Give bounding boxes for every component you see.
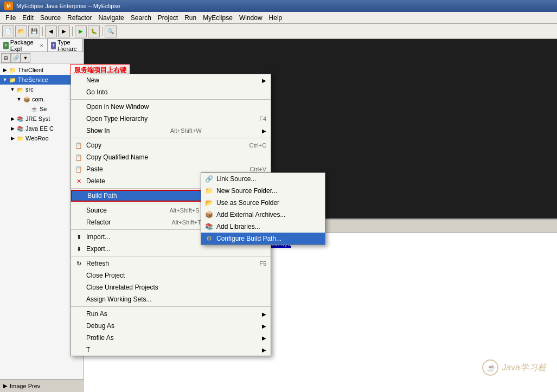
ctx-show-in-label: Show In <box>86 127 110 134</box>
submenu-link-source[interactable]: 🔗 Link Source... <box>201 173 325 185</box>
ctx-open-type-hierarchy[interactable]: Open Type Hierarchy F4 <box>71 113 271 125</box>
ctx-sep-7 <box>71 306 271 307</box>
ctx-new[interactable]: New ▶ <box>71 74 271 86</box>
ctx-import-label: Import... <box>86 233 110 241</box>
menu-help[interactable]: Help <box>266 13 286 23</box>
ctx-profile-as[interactable]: Profile As ▶ <box>71 332 271 344</box>
library-icon-2: 📚 <box>16 125 24 132</box>
tree-label: com. <box>32 96 45 102</box>
submenu-add-external[interactable]: 📦 Add External Archives... <box>201 209 325 221</box>
ctx-assign-working-sets[interactable]: Assign Working Sets... <box>71 293 271 305</box>
ctx-source-label: Source <box>86 207 107 214</box>
expand-arrow: ▶ <box>10 116 15 121</box>
ctx-run-as-label: Run As <box>86 310 107 318</box>
menu-run[interactable]: Run <box>181 13 200 23</box>
watermark-circle: ☕ <box>482 359 498 376</box>
submenu-new-source-folder[interactable]: 📁 New Source Folder... <box>201 185 325 197</box>
project-icon: 📁 <box>9 76 16 83</box>
ctx-close-project-label: Close Project <box>86 272 125 279</box>
ctx-more[interactable]: T ▶ <box>71 344 271 356</box>
submenu-new-source-label: New Source Folder... <box>216 187 277 195</box>
ctx-copy-qualified-label: Copy Qualified Name <box>86 153 148 161</box>
ctx-run-as[interactable]: Run As ▶ <box>71 308 271 320</box>
delete-icon: ✕ <box>74 177 83 185</box>
toolbar-save[interactable]: 💾 <box>28 25 40 37</box>
ctx-close-project[interactable]: Close Project <box>71 269 271 281</box>
ctx-show-in-shortcut: Alt+Shift+W <box>170 127 202 134</box>
toolbar-debug[interactable]: 🐛 <box>88 25 100 37</box>
main-layout: P Package Expl ✕ T Type Hierarc _ □ ⊟ 🔗 … <box>0 39 557 392</box>
toolbar-new[interactable]: 📄 <box>2 25 14 37</box>
ctx-sep-1 <box>71 99 271 100</box>
ctx-go-into-label: Go Into <box>86 88 107 96</box>
ctx-delete-label: Delete <box>86 177 105 185</box>
tree-label: TheService <box>18 76 48 83</box>
ctx-go-into[interactable]: Go Into <box>71 86 271 98</box>
ctx-copy-qualified[interactable]: 📋 Copy Qualified Name <box>71 151 271 163</box>
submenu-use-as-source[interactable]: 📂 Use as Source Folder <box>201 197 325 209</box>
menu-window[interactable]: Window <box>236 13 266 23</box>
type-hierarchy-icon: T <box>51 42 56 49</box>
toolbar-fwd[interactable]: ▶ <box>58 25 70 37</box>
menu-navigate[interactable]: Navigate <box>95 13 127 23</box>
ctx-debug-as-label: Debug As <box>86 322 114 330</box>
paste-icon: 📋 <box>74 165 83 173</box>
ctx-debug-as-arrow: ▶ <box>262 323 266 329</box>
tree-label: src <box>25 86 34 93</box>
ctx-show-in[interactable]: Show In Alt+Shift+W ▶ <box>71 125 271 137</box>
submenu-configure-build-path[interactable]: ⚙ Configure Build Path... <box>201 233 325 245</box>
menu-bar: File Edit Source Refactor Navigate Searc… <box>0 12 557 24</box>
package-icon: 📦 <box>23 95 30 103</box>
collapse-all-btn[interactable]: ⊟ <box>1 53 11 63</box>
ctx-close-unrelated[interactable]: Close Unrelated Projects <box>71 281 271 293</box>
ctx-export-label: Export... <box>86 245 111 253</box>
copy-qualified-icon: 📋 <box>74 153 83 162</box>
build-path-submenu: 🔗 Link Source... 📁 New Source Folder... … <box>201 172 325 245</box>
refresh-icon: ↻ <box>74 259 83 268</box>
toolbar-back[interactable]: ◀ <box>45 25 57 37</box>
title-bar: M MyEclipse Java Enterprise – MyEclipse <box>0 0 557 12</box>
toolbar-open[interactable]: 📂 <box>15 25 27 37</box>
app-icon: M <box>4 2 13 10</box>
expand-arrow: ▼ <box>10 87 15 92</box>
ctx-paste-label: Paste <box>86 165 103 173</box>
tab-close-icon[interactable]: ✕ <box>40 43 44 48</box>
tab-package-explorer[interactable]: P Package Expl ✕ <box>0 39 48 52</box>
ctx-copy[interactable]: 📋 Copy Ctrl+C <box>71 139 271 151</box>
ctx-copy-shortcut: Ctrl+C <box>249 142 266 149</box>
project-icon: 📁 <box>9 66 16 74</box>
ctx-show-in-arrow: ▶ <box>262 128 266 134</box>
menu-refactor[interactable]: Refactor <box>64 13 95 23</box>
submenu-add-external-label: Add External Archives... <box>216 211 285 219</box>
tab-package-label: Package Expl <box>10 39 36 52</box>
add-external-icon: 📦 <box>204 210 213 219</box>
ctx-assign-label: Assign Working Sets... <box>86 295 152 303</box>
ctx-sep-6 <box>71 256 271 256</box>
ctx-refresh[interactable]: ↻ Refresh F5 <box>71 258 271 269</box>
toolbar-sep-2 <box>72 27 73 36</box>
image-preview-label: Image Prev <box>10 383 40 389</box>
add-libraries-icon: 📚 <box>204 222 213 231</box>
new-source-folder-icon: 📁 <box>204 187 213 195</box>
toolbar-search[interactable]: 🔍 <box>105 25 117 37</box>
link-source-icon: 🔗 <box>204 175 213 183</box>
menu-source[interactable]: Source <box>37 13 64 23</box>
package-explorer-icon: P <box>3 42 9 49</box>
ctx-profile-as-label: Profile As <box>86 334 114 342</box>
menu-file[interactable]: File <box>2 13 19 23</box>
submenu-link-source-label: Link Source... <box>216 175 256 183</box>
view-menu-btn[interactable]: ▼ <box>21 53 30 63</box>
ctx-open-new-window[interactable]: Open in New Window <box>71 101 271 113</box>
tab-type-hierarchy[interactable]: T Type Hierarc <box>48 39 83 52</box>
submenu-add-libraries[interactable]: 📚 Add Libraries... <box>201 221 325 233</box>
link-with-editor-btn[interactable]: 🔗 <box>11 53 21 63</box>
menu-project[interactable]: Project <box>155 13 181 23</box>
menu-myeclipse[interactable]: MyEclipse <box>200 13 236 23</box>
menu-edit[interactable]: Edit <box>19 13 37 23</box>
menu-search[interactable]: Search <box>127 13 155 23</box>
toolbar: 📄 📂 💾 ◀ ▶ ▶ 🐛 🔍 <box>0 24 557 39</box>
ctx-f4-shortcut: F4 <box>259 115 266 122</box>
toolbar-run[interactable]: ▶ <box>75 25 87 37</box>
ctx-debug-as[interactable]: Debug As ▶ <box>71 320 271 332</box>
ctx-refresh-label: Refresh <box>86 260 109 267</box>
